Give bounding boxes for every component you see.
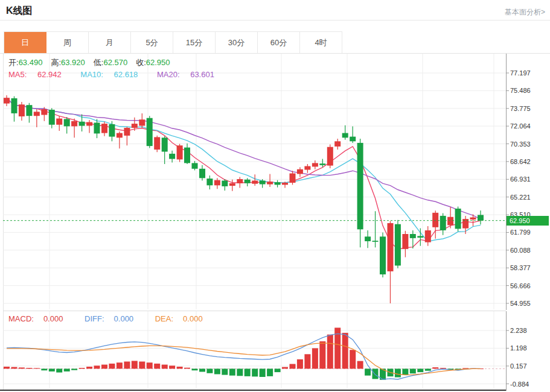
tab-月[interactable]: 月 xyxy=(89,32,131,54)
svg-text:2.238: 2.238 xyxy=(510,327,527,334)
svg-text:72.064: 72.064 xyxy=(510,122,531,130)
svg-text:1.198: 1.198 xyxy=(510,344,527,352)
kline-app: K线图 基本面分析> 日周月5分15分30分60分4时 77.19775.486… xyxy=(0,0,550,392)
svg-text:58.377: 58.377 xyxy=(510,264,531,271)
svg-text:66.931: 66.931 xyxy=(510,175,531,183)
svg-text:-0.884: -0.884 xyxy=(510,381,529,388)
tab-30分[interactable]: 30分 xyxy=(216,32,258,54)
svg-text:65.221: 65.221 xyxy=(510,194,531,201)
fundamental-analysis-link[interactable]: 基本面分析> xyxy=(505,7,545,17)
candlestick-chart[interactable]: 77.19775.48673.77572.06470.35368.64266.9… xyxy=(0,54,550,310)
period-tab-bar: 日周月5分15分30分60分4时 xyxy=(4,31,342,54)
page-title: K线图 xyxy=(6,5,33,17)
svg-text:54.955: 54.955 xyxy=(510,300,531,307)
svg-text:68.642: 68.642 xyxy=(510,158,531,165)
tab-60分[interactable]: 60分 xyxy=(258,32,300,54)
svg-text:77.197: 77.197 xyxy=(510,69,531,77)
svg-text:56.666: 56.666 xyxy=(510,282,531,289)
tab-15分[interactable]: 15分 xyxy=(173,32,216,54)
svg-text:73.775: 73.775 xyxy=(510,105,531,112)
current-price-badge: 62.950 xyxy=(507,216,549,226)
tab-4时[interactable]: 4时 xyxy=(300,32,342,54)
macd-chart[interactable]: 2.2381.1980.157-0.884 xyxy=(0,311,550,392)
svg-text:61.799: 61.799 xyxy=(510,229,531,236)
svg-text:0.157: 0.157 xyxy=(510,362,527,370)
svg-text:60.088: 60.088 xyxy=(510,247,531,254)
svg-text:70.353: 70.353 xyxy=(510,141,531,148)
svg-text:75.486: 75.486 xyxy=(510,87,531,94)
tab-周[interactable]: 周 xyxy=(46,32,89,54)
tab-日[interactable]: 日 xyxy=(4,32,46,54)
tab-5分[interactable]: 5分 xyxy=(131,32,173,54)
header-divider xyxy=(0,20,550,21)
